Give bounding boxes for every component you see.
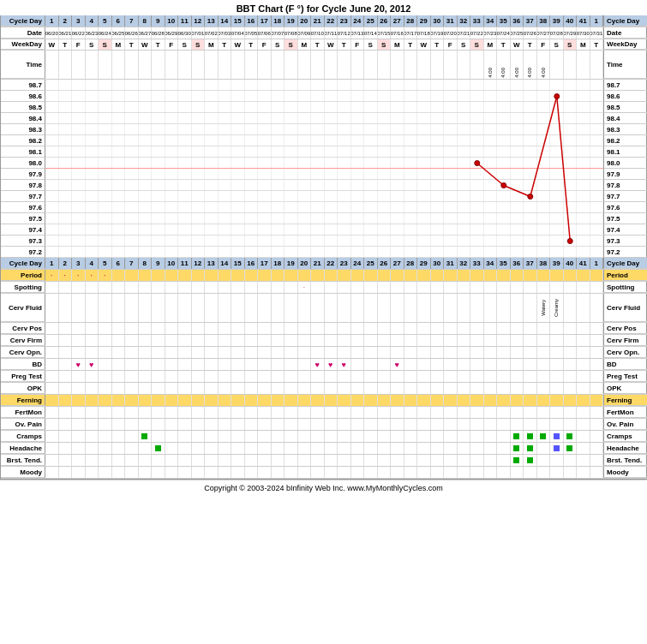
empty-cell <box>431 419 445 430</box>
cramps-cell <box>325 431 338 442</box>
time-cell <box>590 51 604 79</box>
time-cell <box>192 51 206 79</box>
empty-cell <box>205 407 219 418</box>
cycle-day-cell: 21 <box>311 258 325 269</box>
temp-label-right: 97.9 <box>603 169 647 180</box>
empty-cell <box>537 419 551 430</box>
empty-cell <box>497 395 511 406</box>
empty-cell <box>590 383 604 394</box>
cycle-day-cell: 25 <box>364 15 378 27</box>
empty-cell <box>258 323 272 334</box>
time-label-left: Time <box>1 51 45 79</box>
weekday-cell: T <box>404 39 418 50</box>
spotting-cell <box>258 282 272 293</box>
empty-cell <box>590 323 604 334</box>
cycle-day-cell: 29 <box>417 258 431 269</box>
empty-cell <box>511 419 524 430</box>
cramps-cell <box>470 431 484 442</box>
temp-label-left: 98.5 <box>1 102 45 113</box>
period-cell <box>524 270 537 281</box>
weekday-cell: S <box>285 39 298 50</box>
empty-cell <box>325 323 338 334</box>
brst-tend-cell <box>205 455 219 466</box>
headache-cell <box>590 443 604 454</box>
empty-cell <box>391 323 404 334</box>
date-cell: 07/19 <box>431 27 445 39</box>
brst-tend-label: Brst. Tend. <box>1 455 45 466</box>
empty-cell <box>550 467 564 478</box>
empty-cell <box>219 419 232 430</box>
weekday-cell: W <box>417 39 431 50</box>
bd-cell <box>219 359 232 370</box>
cramps-cell <box>272 431 285 442</box>
period-cell <box>165 270 179 281</box>
empty-cell <box>338 407 351 418</box>
empty-cell <box>431 323 445 334</box>
weekday-cell: S <box>564 39 578 50</box>
cycle-day-bottom-label-left: Cycle Day <box>1 258 45 269</box>
weekday-cell: S <box>550 39 564 50</box>
empty-cell <box>112 467 126 478</box>
empty-cell <box>311 323 325 334</box>
cycle-day-cell: 28 <box>404 15 418 27</box>
empty-cell <box>484 467 498 478</box>
spotting-cell <box>351 282 365 293</box>
cycle-day-cell: 19 <box>285 15 298 27</box>
empty-cell <box>192 419 206 430</box>
empty-cell <box>125 335 139 346</box>
temp-label-right: 97.7 <box>603 191 647 202</box>
empty-cell <box>125 371 139 382</box>
empty-cell <box>378 419 392 430</box>
empty-cell <box>45 347 59 358</box>
empty-cell <box>364 419 378 430</box>
cycle-day-cell: 33 <box>470 258 484 269</box>
empty-cell <box>524 347 537 358</box>
headache-cell <box>378 443 392 454</box>
bd-cell: ♥ <box>311 359 325 370</box>
empty-cell <box>484 347 498 358</box>
empty-cell <box>444 371 458 382</box>
brst-tend-cell <box>444 455 458 466</box>
opk-label-right: OPK <box>603 383 647 394</box>
headache-cell <box>45 443 59 454</box>
temp-label-left: 97.7 <box>1 191 45 202</box>
temp-label-left: 97.4 <box>1 224 45 236</box>
cycle-day-cell: 38 <box>537 15 551 27</box>
empty-cell <box>458 419 471 430</box>
bd-cell <box>537 359 551 370</box>
headache-cell <box>178 443 192 454</box>
empty-cell <box>458 395 471 406</box>
bd-cell <box>205 359 219 370</box>
chart-title: BBT Chart (F °) for Cycle June 20, 2012 <box>0 0 647 15</box>
empty-cell <box>298 407 312 418</box>
period-cell <box>497 270 511 281</box>
cerv-fluid-cell <box>497 294 511 322</box>
empty-cell <box>378 335 392 346</box>
weekday-cell: S <box>86 39 99 50</box>
empty-cell <box>45 335 59 346</box>
weekday-cell: S <box>178 39 192 50</box>
weekday-cell: T <box>338 39 351 50</box>
cycle-day-cell: 21 <box>311 15 325 27</box>
bd-cell: ♥ <box>325 359 338 370</box>
empty-cell <box>258 419 272 430</box>
moody-label: Moody <box>1 467 45 478</box>
date-cell: 07/14 <box>364 27 378 39</box>
spotting-cell <box>285 282 298 293</box>
empty-cell <box>298 371 312 382</box>
cerv-fluid-cell <box>139 294 153 322</box>
cramps-cell <box>351 431 365 442</box>
empty-cell <box>325 407 338 418</box>
empty-cell <box>458 335 471 346</box>
empty-cell <box>404 347 418 358</box>
empty-cell <box>285 323 298 334</box>
weekday-cell: T <box>59 39 73 50</box>
temp-label-right: 97.6 <box>603 202 647 213</box>
cerv-fluid-cell <box>417 294 431 322</box>
cycle-day-cell: 5 <box>99 15 112 27</box>
empty-cell <box>86 323 99 334</box>
cycle-day-cell: 14 <box>219 15 232 27</box>
bd-label-right: BD <box>603 359 647 370</box>
empty-cell <box>391 419 404 430</box>
cycle-day-cell: 9 <box>152 258 165 269</box>
